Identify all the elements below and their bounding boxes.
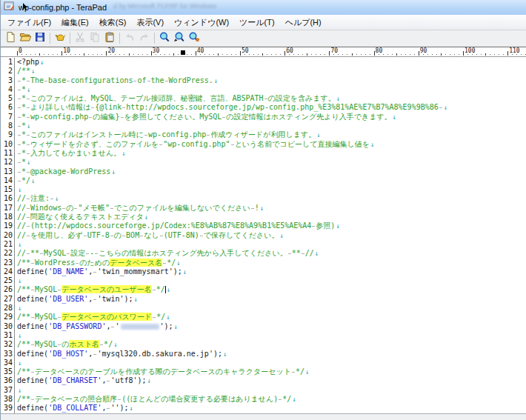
line-number: 3 bbox=[1, 76, 15, 85]
line-number: 31 bbox=[1, 331, 15, 340]
replace-icon bbox=[188, 31, 200, 45]
code-line: 23/**WordPressのためのデータベース名*/↓ bbox=[1, 259, 526, 267]
code-text: define('DB_HOST','mysql320.db.sakura.ne.… bbox=[15, 350, 227, 359]
code-text: /**MySQLのホスト名*/↓ bbox=[15, 340, 118, 349]
toolbar-separator bbox=[50, 33, 50, 44]
find-next-button[interactable] bbox=[172, 31, 187, 46]
code-text: ↓ bbox=[15, 276, 21, 285]
cut-icon bbox=[74, 31, 86, 45]
ruler-dot bbox=[298, 54, 299, 55]
menu-item-search[interactable]: 検索(S) bbox=[94, 15, 132, 30]
code-text: ↓ bbox=[15, 359, 21, 367]
menu-item-window[interactable]: ウィンドウ(W) bbox=[169, 15, 234, 30]
code-text: *このファイルはインストール時にwp-config.php作成ウィザードが利用し… bbox=[15, 130, 321, 139]
code-line: 32/**MySQLのホスト名*/↓ bbox=[1, 340, 526, 349]
code-text: *wp-config.phpの編集}を参照してください。MySQLの設定情報はホ… bbox=[15, 113, 396, 121]
line-number: 11 bbox=[1, 149, 15, 158]
menu-item-file[interactable]: ファイル(F) bbox=[2, 15, 56, 30]
redacted-password bbox=[121, 324, 159, 330]
discard-icon bbox=[54, 31, 66, 45]
ruler-tick bbox=[240, 51, 241, 56]
ruler-dot bbox=[516, 54, 517, 55]
ruler-dot bbox=[156, 54, 156, 55]
code-text: *ThebaseconfigurationsoftheWordPress.↓ bbox=[15, 76, 218, 85]
ruler-dot bbox=[48, 54, 49, 55]
newline-mark: ↓ bbox=[393, 113, 396, 121]
newline-mark: ↓ bbox=[55, 195, 59, 202]
newline-mark: ↓ bbox=[130, 404, 133, 412]
code-text: *より詳しい情報は{@linkhttp://wpdocs.sourceforge… bbox=[15, 103, 447, 112]
line-number: 7 bbox=[1, 113, 15, 121]
ruler-dot bbox=[521, 54, 522, 55]
menu-item-tool[interactable]: ツール(T) bbox=[234, 15, 280, 30]
ruler-dot bbox=[370, 54, 370, 55]
ruler-dot bbox=[160, 54, 161, 55]
ruler-dot bbox=[427, 54, 428, 55]
ruler-dot bbox=[222, 54, 223, 55]
ruler-dot bbox=[30, 54, 31, 55]
find-button[interactable] bbox=[157, 31, 172, 46]
code-line: 11*入力してもかまいません。↓ bbox=[1, 149, 526, 158]
paste-button[interactable] bbox=[102, 31, 117, 46]
line-number: 15 bbox=[1, 185, 15, 194]
redo-icon bbox=[139, 31, 150, 45]
ruler-dot bbox=[70, 54, 71, 55]
line-number: 36 bbox=[1, 376, 15, 385]
ruler-dot bbox=[53, 54, 53, 55]
line-number: 23 bbox=[1, 259, 15, 267]
window-bottom-edge bbox=[1, 413, 526, 420]
replace-button[interactable] bbox=[187, 31, 202, 46]
code-text: define('DB_COLLATE','');↓ bbox=[15, 404, 133, 413]
ruler-dot bbox=[436, 54, 437, 55]
ruler-tick bbox=[419, 51, 419, 56]
ruler-dot bbox=[490, 54, 490, 55]
line-number: 37 bbox=[1, 386, 15, 395]
line-number: 9 bbox=[1, 130, 15, 139]
terapad-window: wp-config.php - TeraPad d by Microsoft T… bbox=[0, 0, 526, 420]
ruler-dot bbox=[401, 54, 402, 55]
ruler-dot bbox=[476, 54, 477, 55]
menu-item-view[interactable]: 表示(V) bbox=[131, 15, 169, 30]
menu-item-help[interactable]: ヘルプ(H) bbox=[280, 15, 327, 30]
ruler-dot bbox=[119, 54, 120, 55]
line-number: 8 bbox=[1, 121, 15, 130]
ruler-dot bbox=[503, 54, 504, 55]
newline-mark: ↓ bbox=[166, 313, 170, 321]
newline-mark: ↓ bbox=[27, 86, 30, 93]
code-text: ↓ bbox=[15, 331, 21, 340]
line-number: 4 bbox=[1, 85, 15, 94]
undo-button bbox=[122, 31, 137, 46]
new-file-button[interactable] bbox=[3, 31, 18, 46]
ruler-dot bbox=[209, 54, 210, 55]
ruler-dot bbox=[93, 54, 93, 55]
code-line: 15↓ bbox=[1, 185, 526, 194]
ruler-tick bbox=[374, 51, 375, 56]
ruler-dot bbox=[231, 54, 232, 55]
code-line: 14*/↓ bbox=[1, 176, 526, 185]
newline-mark: ↓ bbox=[40, 59, 44, 66]
ruler-tick bbox=[61, 51, 62, 56]
code-line: 18//問題なく使えるテキストエディタ↓ bbox=[1, 213, 526, 221]
menu-item-edit[interactable]: 編集(E) bbox=[56, 15, 94, 30]
code-line: 30define('DB_PASSWORD','');↓ bbox=[1, 322, 526, 331]
ruler-dot bbox=[414, 54, 415, 55]
ruler-caret-marker bbox=[181, 50, 185, 55]
code-text: ↓ bbox=[15, 240, 21, 249]
discard-button[interactable] bbox=[53, 31, 67, 46]
newline-mark: ↓ bbox=[18, 304, 21, 312]
code-line: 21↓ bbox=[1, 240, 526, 249]
window-title: wp-config.php - TeraPad bbox=[19, 3, 107, 12]
ruler-number: 0 bbox=[19, 47, 22, 54]
toolbar-separator bbox=[154, 33, 155, 44]
newline-mark: ↓ bbox=[31, 177, 35, 184]
ruler-tick bbox=[507, 51, 508, 56]
ruler-dot bbox=[383, 54, 384, 55]
background-ghost-text: d by Microsoft TCP/IP for Windows bbox=[113, 2, 216, 10]
ruler-tick bbox=[396, 53, 397, 56]
save-button[interactable] bbox=[33, 31, 47, 46]
ruler-dot bbox=[57, 54, 58, 55]
text-editor[interactable]: 1<?php↓2/**↓3*Thebaseconfigurationsofthe… bbox=[1, 57, 526, 413]
open-file-button[interactable] bbox=[18, 31, 33, 46]
ruler-dot bbox=[124, 54, 124, 55]
ruler-dot bbox=[333, 54, 334, 55]
